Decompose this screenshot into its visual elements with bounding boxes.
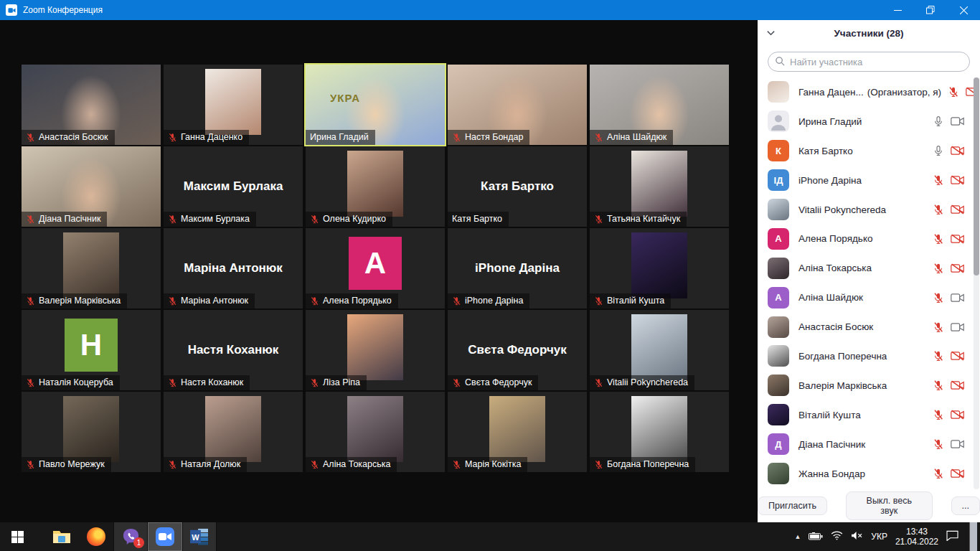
word-icon: W — [190, 528, 209, 545]
clock[interactable]: 13:43 21.04.2022 — [895, 527, 938, 547]
mic-muted-icon[interactable] — [933, 321, 944, 333]
wifi-icon[interactable] — [831, 530, 843, 543]
video-tile[interactable]: Діана Пасічник — [22, 146, 161, 227]
battery-icon[interactable] — [809, 530, 823, 543]
video-tile[interactable]: Настя Бондар — [448, 65, 587, 145]
search-input[interactable] — [768, 52, 970, 72]
participant-row[interactable]: Vitalii Pokynchereda — [758, 195, 980, 225]
video-tile[interactable]: Марія Кокітка — [448, 392, 587, 472]
mic-muted-icon[interactable] — [933, 438, 944, 450]
volume-muted-icon[interactable] — [851, 530, 863, 543]
more-options-button[interactable]: ... — [951, 496, 980, 515]
camera-off-icon[interactable] — [951, 175, 964, 185]
video-tile[interactable]: ААлена Порядько — [306, 228, 445, 309]
participant-row[interactable]: Валерія Марківська — [758, 371, 980, 400]
tile-name-label: iPhone Даріна — [448, 293, 529, 309]
viber-button[interactable]: 1 — [113, 522, 148, 551]
mic-on-icon[interactable] — [933, 145, 944, 156]
show-desktop-button[interactable] — [969, 522, 977, 551]
start-button[interactable] — [0, 522, 34, 551]
camera-off-icon[interactable] — [951, 468, 964, 479]
mic-muted-icon[interactable] — [933, 204, 944, 215]
mic-muted-icon[interactable] — [933, 263, 944, 274]
video-tile[interactable]: Катя БарткоКатя Бартко — [448, 146, 587, 227]
video-tile[interactable]: Татьяна Китайчук — [590, 146, 729, 227]
mute-all-button[interactable]: Выкл. весь звук — [846, 491, 933, 520]
camera-on-icon[interactable] — [951, 293, 964, 303]
participant-row[interactable]: Богдана Поперечна — [758, 342, 980, 371]
video-tile[interactable]: Максим БурлакаМаксим Бурлака — [164, 146, 303, 227]
file-explorer-button[interactable] — [44, 522, 79, 551]
participant-row[interactable]: Ирина Гладий — [758, 107, 980, 136]
camera-off-icon[interactable] — [951, 410, 964, 420]
participant-row[interactable]: Жанна Бондар — [758, 459, 980, 489]
search-icon — [775, 56, 786, 70]
participant-row[interactable]: ААлена Порядько — [758, 224, 980, 253]
tile-participant-name: Vitalii Pokynchereda — [607, 377, 688, 387]
zoom-button[interactable] — [148, 522, 182, 551]
close-button[interactable] — [947, 0, 980, 20]
participant-name: Ирина Гладий — [798, 116, 862, 127]
camera-off-icon — [951, 380, 964, 390]
video-tile[interactable]: Валерія Марківська — [22, 228, 161, 309]
camera-off-icon[interactable] — [951, 263, 964, 273]
scrollbar-thumb[interactable] — [974, 77, 979, 276]
invite-button[interactable]: Пригласить — [758, 496, 827, 515]
video-tile[interactable]: Аліна Токарська — [306, 392, 445, 472]
mic-muted-icon[interactable] — [948, 86, 959, 98]
language-indicator[interactable]: УКР — [871, 532, 887, 542]
firefox-button[interactable] — [79, 522, 113, 551]
video-tile[interactable]: Аліна Шайдюк — [590, 65, 729, 145]
tile-participant-name: Настя Коханюк — [181, 377, 243, 387]
camera-off-icon[interactable] — [951, 146, 964, 156]
mic-muted-icon[interactable] — [933, 380, 944, 391]
restore-button[interactable] — [914, 0, 947, 20]
camera-off-icon[interactable] — [951, 351, 964, 361]
participant-row[interactable]: ДДіана Пасічник — [758, 430, 980, 459]
camera-off-icon[interactable] — [951, 380, 964, 390]
word-button[interactable]: W — [182, 522, 217, 551]
video-tile[interactable]: Настя КоханюкНастя Коханюк — [164, 310, 303, 390]
camera-on-icon[interactable] — [951, 439, 964, 449]
video-tile[interactable]: Олена Кудирко — [306, 146, 445, 227]
action-center-icon[interactable] — [946, 530, 958, 544]
camera-off-icon[interactable] — [951, 204, 964, 215]
video-tile[interactable]: УКРАИрина Гладий — [306, 65, 445, 145]
video-tile[interactable]: iPhone ДарінаiPhone Даріна — [448, 228, 587, 309]
video-tile[interactable]: Маріна АнтонюкМаріна Антонюк — [164, 228, 303, 309]
chevron-down-icon[interactable] — [766, 27, 778, 39]
camera-off-icon[interactable] — [951, 234, 964, 244]
mic-muted-icon[interactable] — [933, 233, 944, 245]
camera-on-icon[interactable] — [951, 322, 964, 332]
participant-row[interactable]: ААліна Шайдюк — [758, 283, 980, 312]
mic-muted-icon[interactable] — [933, 174, 944, 186]
video-tile[interactable]: Свєта ФедорчукСвєта Федорчук — [448, 310, 587, 390]
mic-muted-icon — [594, 460, 603, 469]
mic-muted-icon[interactable] — [933, 350, 944, 362]
participant-row[interactable]: ККатя Бартко — [758, 136, 980, 166]
mic-muted-icon[interactable] — [933, 468, 944, 479]
scrollbar[interactable] — [974, 77, 979, 489]
mic-muted-icon[interactable] — [933, 292, 944, 303]
video-tile[interactable]: Vitalii Pokynchereda — [590, 310, 729, 390]
tray-chevron-up-icon[interactable]: ▲ — [794, 533, 801, 540]
video-tile[interactable]: ННаталія Коцеруба — [22, 310, 161, 390]
mic-muted-icon — [948, 86, 959, 98]
participant-row[interactable]: Віталій Кушта — [758, 400, 980, 430]
video-tile[interactable]: Богдана Поперечна — [590, 392, 729, 472]
participant-row[interactable]: Анастасія Босюк — [758, 312, 980, 342]
video-tile[interactable]: Наталя Долюк — [164, 392, 303, 472]
video-tile[interactable]: Ліза Ріпа — [306, 310, 445, 390]
video-tile[interactable]: Ганна Даценко — [164, 65, 303, 145]
video-tile[interactable]: Павло Мережук — [22, 392, 161, 472]
mic-muted-icon — [310, 296, 319, 306]
mic-muted-icon[interactable] — [933, 409, 944, 420]
video-tile[interactable]: Віталій Кушта — [590, 228, 729, 309]
camera-on-icon[interactable] — [951, 116, 964, 126]
minimize-button[interactable] — [881, 0, 914, 20]
participant-row[interactable]: Ганна Дацен...(Организатор, я) — [758, 77, 980, 107]
video-tile[interactable]: Анастасія Босюк — [22, 65, 161, 145]
participant-row[interactable]: Аліна Токарська — [758, 253, 980, 283]
participant-row[interactable]: ІДiPhone Даріна — [758, 166, 980, 195]
mic-on-icon[interactable] — [933, 116, 944, 127]
